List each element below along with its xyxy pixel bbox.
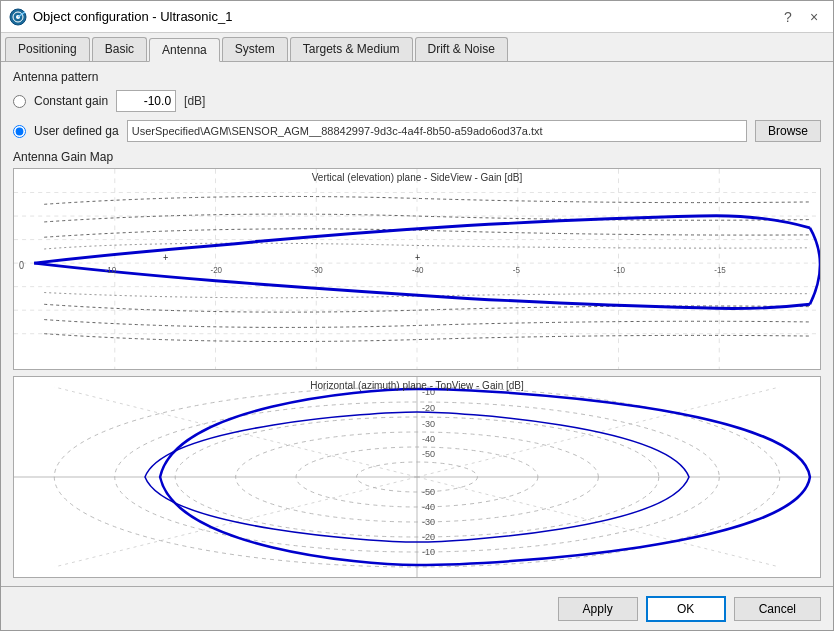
gain-map-label: Antenna Gain Map: [13, 150, 821, 164]
app-icon: [9, 8, 27, 26]
svg-text:-30: -30: [311, 264, 323, 275]
constant-gain-radio[interactable]: [13, 95, 26, 108]
user-defined-row: User defined ga Browse: [13, 120, 821, 142]
gain-value-input[interactable]: [116, 90, 176, 112]
constant-gain-row: Constant gain [dB]: [13, 90, 821, 112]
horizontal-chart-title: Horizontal (azimuth) plane - TopView - G…: [14, 377, 820, 391]
title-bar-right: ? ×: [777, 6, 825, 28]
svg-text:-40: -40: [422, 502, 435, 512]
title-bar: Object configuration - Ultrasonic_1 ? ×: [1, 1, 833, 33]
svg-text:-50: -50: [422, 487, 435, 497]
tab-basic[interactable]: Basic: [92, 37, 147, 61]
cancel-button[interactable]: Cancel: [734, 597, 821, 621]
svg-text:-50: -50: [422, 449, 435, 459]
svg-text:+: +: [415, 251, 421, 263]
svg-text:-10: -10: [613, 264, 625, 275]
footer: Apply OK Cancel: [1, 586, 833, 630]
svg-text:+: +: [163, 251, 169, 263]
apply-button[interactable]: Apply: [558, 597, 638, 621]
tab-system[interactable]: System: [222, 37, 288, 61]
browse-button[interactable]: Browse: [755, 120, 821, 142]
svg-text:-10: -10: [105, 264, 117, 275]
main-window: Object configuration - Ultrasonic_1 ? × …: [0, 0, 834, 631]
svg-text:-10: -10: [422, 547, 435, 557]
ok-button[interactable]: OK: [646, 596, 726, 622]
horizontal-chart-svg: -10 -20 -30 -40 -50 -50 -40 -30 -20 -10: [14, 377, 820, 577]
antenna-pattern-label: Antenna pattern: [13, 70, 821, 84]
svg-text:-40: -40: [412, 264, 424, 275]
close-button[interactable]: ×: [803, 6, 825, 28]
svg-text:-30: -30: [422, 517, 435, 527]
file-path-input[interactable]: [127, 120, 747, 142]
svg-text:-30: -30: [422, 419, 435, 429]
vertical-chart-container: Vertical (elevation) plane - SideView - …: [13, 168, 821, 370]
vertical-chart-svg: 0 -10 -20 -30 -40 -5 -10 -15 + +: [14, 169, 820, 369]
content-area: Antenna pattern Constant gain [dB] User …: [1, 62, 833, 586]
horizontal-chart-container: Horizontal (azimuth) plane - TopView - G…: [13, 376, 821, 578]
tab-bar: Positioning Basic Antenna System Targets…: [1, 33, 833, 62]
tab-antenna[interactable]: Antenna: [149, 38, 220, 62]
svg-text:-5: -5: [513, 264, 520, 275]
user-defined-label: User defined ga: [34, 124, 119, 138]
user-defined-radio[interactable]: [13, 125, 26, 138]
svg-text:-40: -40: [422, 434, 435, 444]
tab-targets-medium[interactable]: Targets & Medium: [290, 37, 413, 61]
svg-text:-15: -15: [714, 264, 726, 275]
svg-text:-20: -20: [422, 532, 435, 542]
charts-area: Vertical (elevation) plane - SideView - …: [13, 168, 821, 578]
tab-drift-noise[interactable]: Drift & Noise: [415, 37, 508, 61]
tab-positioning[interactable]: Positioning: [5, 37, 90, 61]
title-text: Object configuration - Ultrasonic_1: [33, 9, 232, 24]
svg-text:-20: -20: [210, 264, 222, 275]
svg-text:0: 0: [19, 259, 25, 271]
vertical-chart-title: Vertical (elevation) plane - SideView - …: [14, 169, 820, 183]
db-unit-label: [dB]: [184, 94, 205, 108]
help-button[interactable]: ?: [777, 6, 799, 28]
title-bar-left: Object configuration - Ultrasonic_1: [9, 8, 232, 26]
constant-gain-label: Constant gain: [34, 94, 108, 108]
